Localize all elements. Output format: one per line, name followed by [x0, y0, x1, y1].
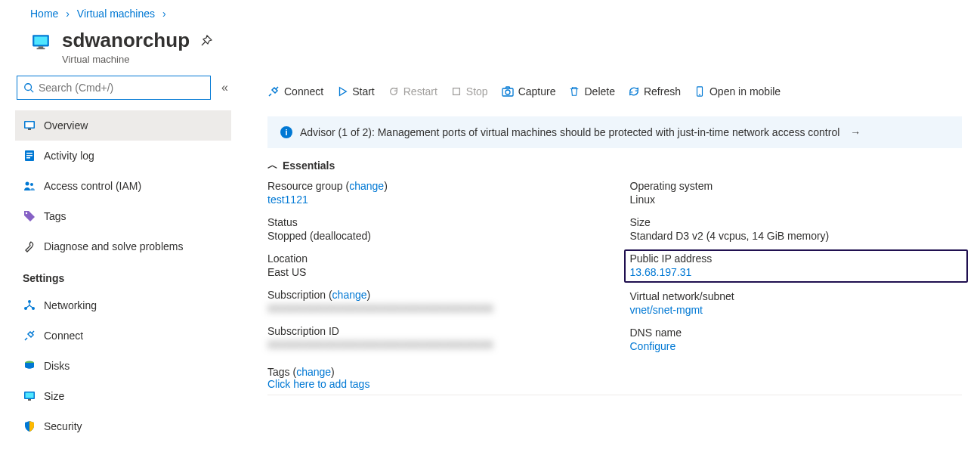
breadcrumb-vms[interactable]: Virtual machines: [77, 8, 155, 20]
public-ip-highlight: Public IP address 13.68.197.31: [624, 249, 969, 283]
dns-configure-link[interactable]: Configure: [630, 340, 676, 352]
delete-button[interactable]: Delete: [569, 85, 614, 98]
chevron-up-icon: ︿: [267, 159, 278, 172]
open-mobile-button[interactable]: Open in mobile: [694, 85, 781, 98]
svg-rect-7: [26, 122, 34, 128]
refresh-button[interactable]: Refresh: [629, 85, 681, 98]
toolbar-label: Open in mobile: [709, 85, 781, 98]
stop-icon: [451, 86, 462, 97]
disks-icon: [23, 360, 36, 372]
tags-change-link[interactable]: change: [296, 366, 331, 378]
size-label: Size: [630, 216, 963, 228]
log-icon: [23, 150, 36, 162]
svg-point-26: [505, 90, 510, 94]
main-content: Connect Start Restart Stop Capture Delet…: [242, 76, 980, 449]
chevron-right-icon: ›: [158, 8, 171, 20]
essentials-grid: Resource group (change) test1121 Status …: [267, 180, 962, 363]
sidebar-item-label: Tags: [44, 210, 66, 222]
subscription-id-label: Subscription ID: [267, 325, 600, 337]
monitor-icon: [23, 390, 36, 402]
start-button[interactable]: Start: [337, 85, 375, 98]
svg-rect-23: [28, 399, 31, 401]
search-icon: [23, 82, 34, 93]
sidebar-item-label: Overview: [44, 119, 88, 132]
advisor-text: Advisor (1 of 2): Management ports of vi…: [300, 126, 839, 138]
collapse-sidebar-icon[interactable]: «: [218, 78, 231, 98]
search-input-wrapper[interactable]: [17, 76, 211, 100]
breadcrumb-home[interactable]: Home: [30, 8, 58, 20]
search-input[interactable]: [39, 82, 204, 94]
pin-icon[interactable]: [200, 35, 212, 49]
sidebar-item-label: Security: [44, 420, 82, 432]
trash-icon: [569, 86, 580, 97]
add-tags-link[interactable]: Click here to add tags: [267, 378, 369, 390]
svg-point-15: [26, 212, 27, 214]
essentials-toggle[interactable]: ︿ Essentials: [267, 159, 962, 172]
size-value: Standard D3 v2 (4 vcpus, 14 GiB memory): [630, 230, 963, 242]
camera-icon: [502, 85, 514, 98]
svg-point-4: [25, 84, 32, 91]
sidebar-item-diagnose[interactable]: Diagnose and solve problems: [15, 231, 231, 262]
connect-button[interactable]: Connect: [267, 85, 323, 98]
sidebar-item-label: Connect: [44, 330, 83, 342]
sidebar-item-label: Activity log: [44, 150, 94, 162]
arrow-right-icon: →: [850, 126, 861, 138]
vnet-label: Virtual network/subnet: [630, 290, 963, 302]
toolbar-label: Connect: [284, 85, 323, 98]
restart-icon: [388, 86, 399, 97]
status-label: Status: [267, 216, 600, 228]
sidebar-item-tags[interactable]: Tags: [15, 201, 231, 231]
subscription-id-value: XXXXXXXXXXXXXXXXXXXXXXXXXXXXXXXX: [267, 339, 600, 351]
public-ip-value[interactable]: 13.68.197.31: [630, 266, 692, 278]
sidebar-item-label: Access control (IAM): [44, 180, 141, 192]
capture-button[interactable]: Capture: [502, 85, 556, 98]
mobile-icon: [694, 86, 705, 97]
location-value: East US: [267, 266, 600, 278]
play-icon: [337, 86, 348, 97]
sidebar-item-iam[interactable]: Access control (IAM): [15, 171, 231, 201]
subscription-label: Subscription: [267, 289, 326, 301]
rg-change-link[interactable]: change: [349, 180, 384, 192]
svg-point-14: [30, 183, 33, 186]
sidebar-item-disks[interactable]: Disks: [15, 351, 231, 381]
shield-icon: [23, 420, 36, 432]
dns-label: DNS name: [630, 327, 963, 339]
toolbar-label: Restart: [403, 85, 437, 98]
svg-rect-1: [34, 36, 47, 45]
vnet-value[interactable]: vnet/snet-mgmt: [630, 304, 703, 316]
toolbar: Connect Start Restart Stop Capture Delet…: [267, 76, 962, 107]
vm-icon: [30, 32, 51, 53]
sidebar-item-label: Disks: [44, 360, 70, 372]
sidebar-item-overview[interactable]: Overview: [15, 110, 231, 141]
breadcrumb: Home › Virtual machines ›: [0, 0, 980, 24]
subscription-value[interactable]: XXXXXXXXXXXXXXXXXXXXXXXXXXXXXXXX: [267, 302, 493, 314]
tag-icon: [23, 210, 36, 222]
sidebar-item-activity-log[interactable]: Activity log: [15, 141, 231, 171]
svg-rect-3: [37, 48, 45, 50]
public-ip-label: Public IP address: [630, 252, 963, 265]
svg-rect-2: [39, 46, 44, 48]
svg-point-20: [25, 365, 34, 369]
people-icon: [23, 180, 36, 192]
toolbar-label: Capture: [518, 85, 556, 98]
sidebar-item-label: Size: [44, 390, 64, 402]
svg-rect-12: [26, 157, 30, 159]
info-icon: i: [280, 126, 292, 138]
subscription-change-link[interactable]: change: [332, 289, 367, 301]
page-subtitle: Virtual machine: [62, 54, 190, 65]
tags-label: Tags: [267, 366, 290, 378]
sidebar-item-security[interactable]: Security: [15, 411, 231, 441]
tags-row: Tags (change) Click here to add tags: [267, 366, 962, 395]
sidebar: « Overview Activity log Access control (…: [0, 76, 242, 449]
advisor-banner[interactable]: i Advisor (1 of 2): Management ports of …: [267, 116, 962, 148]
rg-value[interactable]: test1121: [267, 194, 308, 206]
sidebar-item-size[interactable]: Size: [15, 381, 231, 411]
toolbar-label: Stop: [466, 85, 488, 98]
toolbar-label: Refresh: [644, 85, 681, 98]
sidebar-item-networking[interactable]: Networking: [15, 290, 231, 320]
svg-point-13: [26, 182, 29, 186]
status-value: Stopped (deallocated): [267, 230, 600, 242]
sidebar-item-connect[interactable]: Connect: [15, 320, 231, 351]
svg-line-5: [31, 90, 34, 93]
os-label: Operating system: [630, 180, 963, 192]
